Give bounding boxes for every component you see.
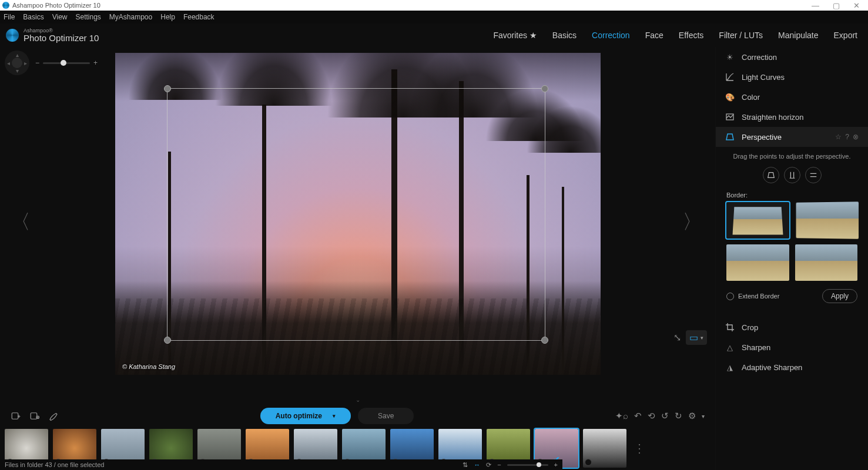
chevron-left-icon: ◂ bbox=[7, 60, 10, 66]
thumb-zoom-in-icon[interactable]: + bbox=[554, 461, 558, 468]
magic-wand-icon[interactable]: ✦⌕ bbox=[615, 411, 628, 421]
menu-file[interactable]: File bbox=[4, 13, 15, 21]
perspective-mode-horizontal[interactable] bbox=[805, 167, 822, 183]
border-option-3[interactable] bbox=[726, 244, 789, 281]
maximize-button[interactable]: ▢ bbox=[827, 1, 846, 10]
sidebar-item-light-curves[interactable]: Light Curves bbox=[716, 67, 868, 87]
thumb-marker-icon bbox=[585, 459, 592, 466]
sidebar-item-label: Crop bbox=[742, 323, 758, 332]
undo-button[interactable]: ↶ bbox=[634, 411, 642, 421]
rotate-left-button[interactable]: ↺ bbox=[661, 411, 669, 421]
auto-optimize-label: Auto optimize bbox=[276, 412, 322, 420]
sidebar-item-crop[interactable]: Crop bbox=[716, 317, 868, 337]
prev-image-button[interactable]: 〈 bbox=[11, 209, 31, 236]
fit-width-icon[interactable]: ↔ bbox=[474, 461, 480, 468]
sidebar-item-perspective[interactable]: Perspective ☆ ? ⊗ bbox=[716, 127, 868, 147]
view-mode-select[interactable]: ▭ ▾ bbox=[686, 330, 707, 345]
fit-screen-icon[interactable]: ⤡ bbox=[673, 332, 681, 343]
sidebar-item-sharpen[interactable]: △ Sharpen bbox=[716, 337, 868, 357]
minimize-button[interactable]: — bbox=[806, 1, 825, 10]
gear-icon[interactable]: ⚙ bbox=[688, 411, 696, 421]
sidebar-item-adaptive-sharpen[interactable]: ◮ Adaptive Sharpen bbox=[716, 357, 868, 377]
svg-rect-1 bbox=[31, 413, 37, 419]
window-title: Ashampoo Photo Optimizer 10 bbox=[12, 2, 100, 9]
add-image-button[interactable] bbox=[11, 411, 21, 421]
menubar: File Basics View Settings MyAshampoo Hel… bbox=[0, 11, 868, 24]
brand: Ashampoo® Photo Optimizer 10 bbox=[6, 28, 99, 42]
menu-help[interactable]: Help bbox=[160, 13, 175, 21]
thumb-zoom-out-icon[interactable]: − bbox=[497, 461, 501, 468]
zoom-handle[interactable] bbox=[61, 60, 66, 66]
status-bar: Files in folder 43 / one file selected ⇅… bbox=[0, 459, 562, 470]
star-icon[interactable]: ☆ bbox=[835, 133, 842, 141]
menu-basics[interactable]: Basics bbox=[23, 13, 43, 21]
radio-icon bbox=[726, 293, 734, 300]
perspective-handle-tl[interactable] bbox=[164, 85, 171, 92]
sidebar-item-color[interactable]: 🎨 Color bbox=[716, 87, 868, 107]
zoom-in-icon[interactable]: + bbox=[93, 59, 98, 67]
tab-manipulate[interactable]: Manipulate bbox=[778, 31, 819, 40]
window-titlebar: Ashampoo Photo Optimizer 10 — ▢ ✕ bbox=[0, 0, 868, 11]
pan-control[interactable]: ▴ ▾ ◂ ▸ bbox=[5, 51, 29, 75]
perspective-mode-vertical[interactable] bbox=[784, 167, 800, 183]
zoom-out-icon[interactable]: − bbox=[35, 59, 39, 67]
tab-effects[interactable]: Effects bbox=[679, 31, 704, 40]
image-canvas[interactable]: © Katharina Stang bbox=[115, 53, 601, 375]
apply-button[interactable]: Apply bbox=[822, 289, 857, 303]
thumbnail[interactable] bbox=[583, 429, 626, 468]
sidebar-item-straighten[interactable]: Straighten horizon bbox=[716, 107, 868, 127]
auto-optimize-button[interactable]: Auto optimize ▾ bbox=[260, 408, 351, 424]
perspective-panel: Drag the points to adjust the perspectiv… bbox=[716, 147, 868, 311]
sidebar-item-label: Correction bbox=[742, 53, 777, 62]
extend-border-label: Extend Border bbox=[738, 293, 779, 300]
add-folder-button[interactable] bbox=[29, 411, 40, 421]
sidebar-item-label: Sharpen bbox=[742, 343, 770, 352]
menu-view[interactable]: View bbox=[52, 13, 68, 21]
menu-feedback[interactable]: Feedback bbox=[183, 13, 215, 21]
perspective-handle-tr[interactable] bbox=[541, 85, 548, 92]
redo-button[interactable]: ⟲ bbox=[648, 411, 655, 421]
tab-filter-luts[interactable]: Filter / LUTs bbox=[719, 31, 763, 40]
rotate-right-button[interactable]: ↻ bbox=[675, 411, 682, 421]
window-controls: — ▢ ✕ bbox=[806, 1, 866, 10]
sidebar-item-label: Perspective bbox=[742, 133, 782, 142]
refresh-icon[interactable]: ⟳ bbox=[486, 461, 491, 469]
menu-myashampoo[interactable]: MyAshampoo bbox=[109, 13, 152, 21]
action-bar: Auto optimize ▾ Save ✦⌕ ↶ ⟲ ↺ ↻ ⚙ ▾ bbox=[0, 405, 715, 427]
perspective-handle-bl[interactable] bbox=[164, 337, 171, 344]
drag-handle-icon[interactable]: ⌄ bbox=[0, 397, 715, 403]
sidebar-item-label: Adaptive Sharpen bbox=[742, 363, 802, 372]
perspective-mode-free[interactable] bbox=[763, 167, 779, 183]
save-label: Save bbox=[378, 412, 394, 420]
border-option-4[interactable] bbox=[795, 244, 858, 281]
help-icon[interactable]: ? bbox=[845, 133, 849, 141]
zoom-slider[interactable]: − + bbox=[35, 59, 98, 67]
tab-favorites[interactable]: Favorites ★ bbox=[493, 31, 537, 40]
border-option-1[interactable] bbox=[726, 202, 789, 239]
tab-face[interactable]: Face bbox=[645, 31, 663, 40]
zoom-track[interactable] bbox=[43, 62, 90, 64]
tab-basics[interactable]: Basics bbox=[552, 31, 577, 40]
next-image-button[interactable]: 〉 bbox=[682, 209, 702, 236]
perspective-overlay[interactable] bbox=[167, 88, 545, 341]
extend-border-checkbox[interactable]: Extend Border bbox=[726, 293, 779, 300]
tab-correction[interactable]: Correction bbox=[592, 31, 630, 40]
thumb-zoom-slider[interactable] bbox=[507, 464, 548, 466]
perspective-handle-br[interactable] bbox=[541, 337, 548, 344]
save-button[interactable]: Save bbox=[358, 408, 414, 424]
horizon-icon bbox=[725, 112, 735, 122]
triangle-striped-icon: ◮ bbox=[725, 362, 735, 372]
border-option-2[interactable] bbox=[796, 202, 858, 239]
menu-settings[interactable]: Settings bbox=[75, 13, 100, 21]
image-credit: © Katharina Stang bbox=[122, 363, 175, 370]
brush-tool-button[interactable] bbox=[48, 411, 59, 421]
chevron-down-icon[interactable]: ▾ bbox=[702, 413, 705, 419]
reset-icon[interactable]: ⊗ bbox=[853, 133, 859, 141]
more-thumbs-icon[interactable]: ⋮ bbox=[631, 441, 648, 455]
sort-icon[interactable]: ⇅ bbox=[463, 461, 468, 469]
tab-export[interactable]: Export bbox=[834, 31, 857, 40]
sidebar-item-correction[interactable]: ☀ Correction bbox=[716, 47, 868, 67]
triangle-icon: △ bbox=[725, 343, 735, 352]
thumb-zoom-handle[interactable] bbox=[537, 462, 541, 467]
close-button[interactable]: ✕ bbox=[847, 1, 866, 10]
